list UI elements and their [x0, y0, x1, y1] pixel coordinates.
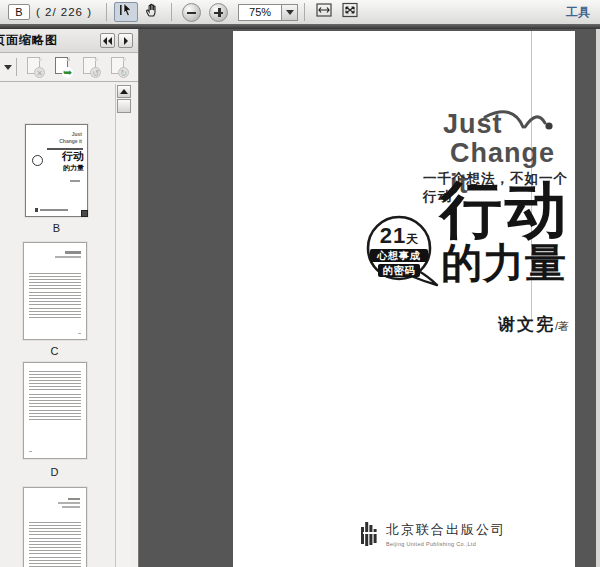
badge-line1: 心想事成	[370, 249, 428, 262]
thumbnail-label-d[interactable]: D	[23, 466, 86, 478]
delete-pages-icon: ✕	[34, 67, 45, 78]
zoom-level-dropdown-button[interactable]	[282, 4, 298, 21]
rotate-right-button[interactable]: ↻	[109, 56, 129, 78]
zoom-out-button[interactable]	[182, 3, 201, 22]
double-left-icon	[103, 37, 107, 45]
mini-badge	[32, 155, 43, 166]
extract-pages-button[interactable]: ➥	[53, 56, 73, 78]
cover-page: Just Change it 一千个想法，不如一个行动 行动 的力量 21天 心…	[233, 31, 575, 567]
delete-pages-button[interactable]: ✕	[25, 56, 45, 78]
thumbnails-panel: 页面缩略图 ✕ ➥ ↺	[0, 29, 139, 567]
up-triangle-icon	[120, 89, 128, 94]
page-number-input[interactable]	[8, 4, 30, 20]
zoom-out-icon	[187, 12, 196, 15]
fit-width-button[interactable]	[312, 2, 336, 22]
select-tool-icon	[118, 2, 134, 22]
sidebar-scrollbar[interactable]	[115, 84, 131, 567]
rotate-left-button[interactable]: ↺	[81, 56, 101, 78]
thumbnail-label-b[interactable]: B	[25, 222, 88, 234]
tools-button[interactable]: 工具	[566, 4, 590, 21]
panel-forward-button[interactable]	[118, 33, 133, 48]
window-divider	[0, 24, 600, 29]
page-count-label: ( 2/ 226 )	[36, 6, 92, 18]
fit-page-button[interactable]	[338, 2, 362, 22]
swoosh-arrow-icon	[483, 107, 557, 141]
publisher-logo-icon	[361, 522, 379, 546]
thumbnail-page-d[interactable]	[23, 362, 87, 459]
publisher-name-en: Beijing United Publishing Co.,Ltd	[386, 541, 506, 547]
cover-title-cn-line1: 行动	[440, 179, 570, 241]
publisher-name-cn: 北京联合出版公司	[386, 521, 506, 539]
fit-width-icon	[315, 2, 333, 22]
panel-collapse-button[interactable]	[100, 33, 115, 48]
document-view: Just Change it 一千个想法，不如一个行动 行动 的力量 21天 心…	[140, 29, 600, 567]
hand-tool-icon	[144, 2, 160, 22]
rotate-left-icon: ↺	[90, 67, 101, 78]
top-toolbar: ( 2/ 226 ) 75%	[0, 0, 600, 24]
thumbnail-label-c[interactable]: C	[23, 345, 86, 357]
hand-tool-button[interactable]	[140, 2, 164, 22]
thumbnail-page-e[interactable]	[23, 487, 87, 567]
chevron-down-icon	[286, 10, 294, 15]
main-scrollbar[interactable]	[596, 29, 600, 567]
thumbnail-page-c[interactable]	[23, 242, 87, 340]
cover-title-cn-line2: 的力量	[441, 243, 567, 284]
mini-cover-title-en: Just Change it	[59, 131, 82, 144]
fit-page-icon	[341, 2, 359, 22]
zoom-level-value[interactable]: 75%	[238, 4, 282, 21]
badge-21-days: 21天 心想事成 的密码	[363, 215, 443, 293]
select-tool-button[interactable]	[114, 2, 138, 22]
thumbnail-options-bar: ✕ ➥ ↺ ↻	[0, 53, 138, 82]
rotate-right-icon: ↻	[118, 67, 129, 78]
badge-days: 21天	[363, 223, 435, 249]
extract-pages-icon: ➥	[62, 67, 73, 78]
toolbar-separator	[171, 3, 172, 21]
panel-header: 页面缩略图	[0, 29, 138, 53]
thumbnail-page-b[interactable]: Just Change it 行动 的力量	[25, 124, 88, 217]
zoom-in-button[interactable]	[209, 3, 228, 22]
mini-cover-title-cn: 行动	[62, 151, 84, 162]
thumbnail-list: Just Change it 行动 的力量 B C	[0, 84, 115, 567]
badge-line2: 的密码	[378, 264, 420, 277]
cover-author: 谢文宪/著	[498, 313, 569, 336]
toolbar-separator	[106, 3, 107, 21]
scrollbar-thumb[interactable]	[117, 99, 131, 113]
scroll-up-button[interactable]	[117, 85, 131, 98]
toolbar-separator	[304, 3, 305, 21]
panel-title: 页面缩略图	[0, 32, 58, 49]
publisher-block: 北京联合出版公司 Beijing United Publishing Co.,L…	[361, 521, 506, 547]
right-triangle-icon	[124, 37, 128, 45]
options-dropdown-icon[interactable]	[4, 65, 12, 70]
selection-marker	[81, 210, 88, 217]
